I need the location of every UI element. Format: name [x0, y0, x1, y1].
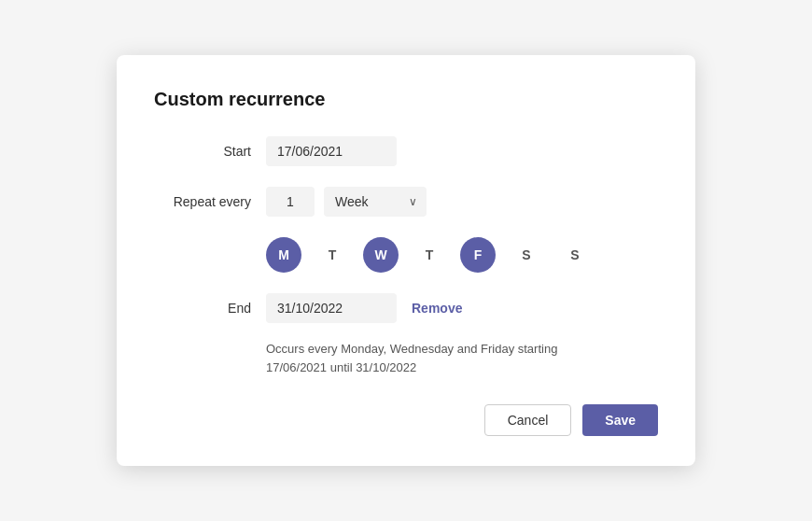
save-button[interactable]: Save [582, 404, 658, 436]
repeat-row: Repeat every Day Week Month Year ∨ [154, 187, 658, 217]
repeat-label: Repeat every [154, 194, 266, 209]
repeat-unit-select[interactable]: Day Week Month Year [324, 187, 427, 217]
end-label: End [154, 301, 266, 316]
repeat-number-input[interactable] [266, 187, 315, 217]
cancel-button[interactable]: Cancel [484, 404, 572, 436]
day-button-tuesday[interactable]: T [315, 237, 350, 273]
summary-text: Occurs every Monday, Wednesday and Frida… [154, 340, 583, 376]
end-date-input[interactable] [266, 293, 397, 323]
start-label: Start [154, 144, 266, 159]
footer-buttons: Cancel Save [154, 404, 658, 436]
dialog-title: Custom recurrence [154, 89, 658, 110]
day-button-monday[interactable]: M [266, 237, 301, 273]
day-button-sunday[interactable]: S [557, 237, 593, 273]
remove-button[interactable]: Remove [412, 301, 462, 316]
day-button-friday[interactable]: F [460, 237, 496, 273]
custom-recurrence-dialog: Custom recurrence Start Repeat every Day… [117, 55, 695, 466]
start-row: Start [154, 136, 658, 166]
end-row: End Remove [154, 293, 658, 323]
repeat-unit-wrapper: Day Week Month Year ∨ [324, 187, 427, 217]
days-row: MTWTFSS [154, 237, 658, 273]
start-date-input[interactable] [266, 136, 397, 166]
day-button-thursday[interactable]: T [412, 237, 447, 273]
day-button-wednesday[interactable]: W [363, 237, 399, 273]
day-button-saturday[interactable]: S [509, 237, 544, 273]
